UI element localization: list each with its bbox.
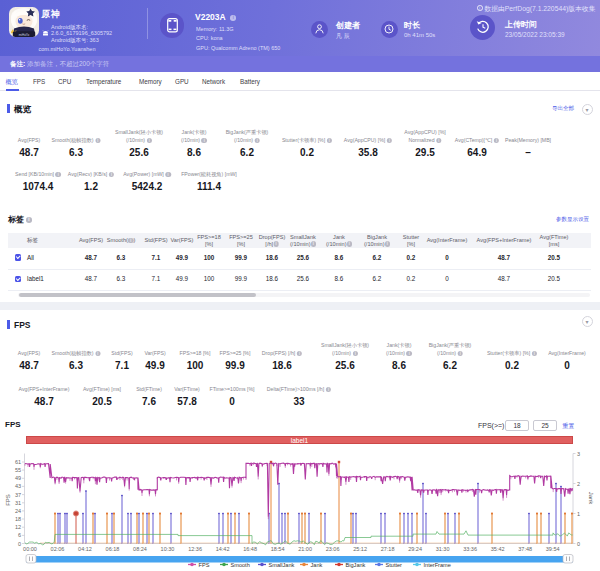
svg-text:43: 43 (15, 483, 21, 489)
svg-text:1: 1 (577, 511, 580, 517)
svg-text:3: 3 (577, 451, 580, 457)
svg-text:39:54: 39:54 (546, 546, 560, 552)
svg-text:04:12: 04:12 (78, 546, 92, 552)
svg-text:37:48: 37:48 (518, 546, 532, 552)
svg-text:BigJank: BigJank (346, 562, 366, 568)
svg-text:08:24: 08:24 (133, 546, 147, 552)
svg-text:24: 24 (15, 508, 21, 514)
svg-text:Jank: Jank (588, 492, 594, 506)
svg-text:31:30: 31:30 (436, 546, 450, 552)
svg-text:18:54: 18:54 (271, 546, 285, 552)
svg-text:SmallJank: SmallJank (269, 562, 295, 568)
svg-text:12:36: 12:36 (188, 546, 202, 552)
svg-text:61: 61 (15, 459, 21, 465)
svg-text:55: 55 (15, 467, 21, 473)
svg-text:FPS: FPS (5, 494, 11, 506)
svg-text:00:00: 00:00 (23, 546, 37, 552)
svg-text:Stutter: Stutter (386, 562, 403, 568)
svg-text:18: 18 (15, 516, 21, 522)
svg-text:0: 0 (18, 541, 21, 547)
svg-text:35:42: 35:42 (491, 546, 505, 552)
svg-text:12: 12 (15, 524, 21, 530)
svg-text:25:12: 25:12 (353, 546, 367, 552)
svg-text:Smooth: Smooth (231, 562, 250, 568)
svg-text:29:24: 29:24 (408, 546, 422, 552)
svg-text:10:30: 10:30 (161, 546, 175, 552)
svg-text:49: 49 (15, 475, 21, 481)
svg-text:FPS: FPS (199, 562, 210, 568)
svg-text:27:18: 27:18 (381, 546, 395, 552)
svg-text:14:42: 14:42 (216, 546, 230, 552)
svg-text:02:06: 02:06 (51, 546, 65, 552)
svg-text:0: 0 (577, 541, 580, 547)
svg-text:miHoYo: miHoYo (18, 33, 29, 37)
svg-text:06:18: 06:18 (106, 546, 120, 552)
svg-text:InterFrame: InterFrame (424, 562, 451, 568)
svg-text:21:00: 21:00 (298, 546, 312, 552)
svg-text:Jank: Jank (311, 562, 323, 568)
svg-text:37: 37 (15, 492, 21, 498)
svg-text:16:48: 16:48 (243, 546, 257, 552)
svg-text:31: 31 (15, 500, 21, 506)
svg-text:2: 2 (577, 481, 580, 487)
svg-text:6: 6 (18, 532, 21, 538)
svg-text:33:36: 33:36 (463, 546, 477, 552)
svg-text:23:06: 23:06 (326, 546, 340, 552)
